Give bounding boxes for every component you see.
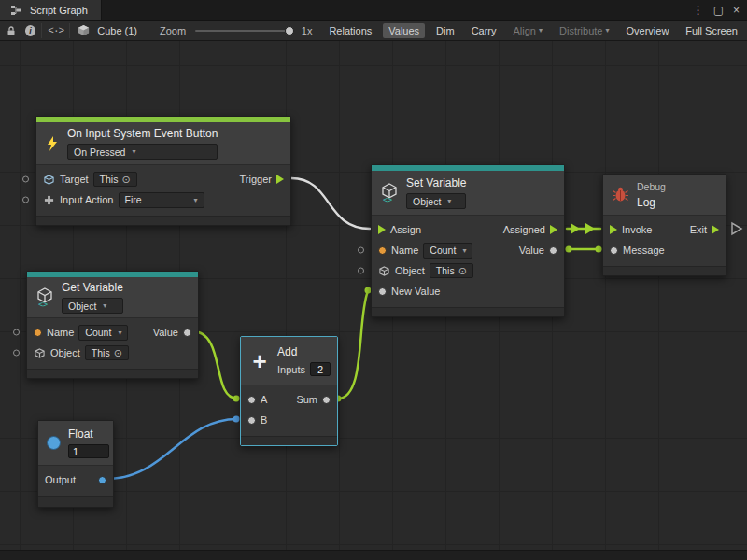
- lightning-icon: [45, 135, 60, 152]
- unconnected-port[interactable]: [358, 268, 364, 274]
- bug-icon: [612, 187, 629, 203]
- dim-button[interactable]: Dim: [430, 23, 460, 38]
- inputs-label: Inputs: [277, 364, 305, 375]
- message-label: Message: [623, 245, 665, 256]
- event-mode-dropdown[interactable]: On Pressed ▾: [67, 144, 218, 160]
- zoom-slider[interactable]: [195, 24, 294, 37]
- unconnected-port[interactable]: [358, 247, 364, 254]
- node-add[interactable]: + Add Inputs A Sum B: [240, 336, 338, 446]
- invoke-label: Invoke: [622, 224, 652, 235]
- inputs-count-field[interactable]: [310, 362, 331, 376]
- node-debug-log[interactable]: Debug Log Invoke Exit Message: [602, 174, 726, 276]
- caret-down-icon: ▾: [539, 26, 543, 35]
- invoke-input-port[interactable]: [610, 225, 617, 234]
- float-value-field[interactable]: [68, 444, 109, 458]
- header-lines: Get Variable Object ▾: [62, 281, 123, 314]
- object-label: Object: [50, 347, 80, 358]
- node-header[interactable]: Debug Log: [603, 175, 726, 216]
- caret-down-icon: ▾: [132, 147, 135, 156]
- info-icon[interactable]: i: [25, 25, 35, 36]
- b-label: B: [261, 414, 267, 426]
- zoom-handle[interactable]: [285, 26, 294, 35]
- node-footer: [27, 369, 198, 378]
- node-body: A Sum B: [241, 385, 337, 436]
- message-input-port[interactable]: [610, 246, 618, 255]
- unconnected-port[interactable]: [22, 197, 29, 203]
- node-set-variable[interactable]: <> Set Variable Object ▾ Assign Assigned: [371, 164, 565, 317]
- focus-icon[interactable]: <·>: [48, 22, 63, 39]
- input-action-dropdown[interactable]: Fire ▾: [119, 192, 204, 208]
- b-input-port[interactable]: [247, 416, 256, 425]
- object-chip[interactable]: This ⊙: [85, 345, 129, 360]
- caret-down-icon: ▾: [118, 329, 121, 337]
- maximize-icon[interactable]: ▢: [713, 5, 724, 16]
- close-icon[interactable]: ×: [733, 5, 740, 16]
- variable-kind-dropdown[interactable]: Object ▾: [62, 298, 123, 314]
- dropdown-value: Fire: [125, 194, 142, 205]
- svg-text:<>: <>: [38, 300, 48, 307]
- value-output-port[interactable]: [183, 329, 191, 337]
- node-title: On Input System Event Button: [67, 127, 218, 140]
- name-input-port[interactable]: [34, 329, 42, 337]
- unity-script-graph-window: Script Graph ⋮ ▢ × i <·> Cube (1) Zoom 1…: [0, 0, 747, 560]
- exit-label: Exit: [690, 224, 707, 235]
- caret-down-icon: ▾: [447, 197, 451, 205]
- trigger-output-port[interactable]: [276, 175, 284, 184]
- node-header[interactable]: Float: [38, 421, 113, 466]
- node-on-input-system-event-button[interactable]: On Input System Event Button On Pressed …: [35, 116, 291, 226]
- sum-output-port[interactable]: [322, 396, 331, 404]
- overview-button[interactable]: Overview: [621, 23, 675, 38]
- row-assign: Assign Assigned: [372, 219, 564, 240]
- node-title: Float: [68, 427, 105, 441]
- values-button[interactable]: Values: [383, 23, 425, 38]
- assigned-output-port[interactable]: [550, 225, 557, 234]
- target-icon: ⊙: [121, 175, 130, 185]
- exit-output-port[interactable]: [712, 225, 719, 234]
- node-header[interactable]: On Input System Event Button On Pressed …: [36, 122, 290, 165]
- relations-button[interactable]: Relations: [323, 23, 377, 38]
- node-get-variable[interactable]: <> Get Variable Object ▾ Name Count ▾: [26, 271, 199, 379]
- assigned-label: Assigned: [503, 224, 545, 235]
- chip-value: This: [436, 265, 455, 276]
- unconnected-port[interactable]: [13, 329, 20, 336]
- carry-button[interactable]: Carry: [466, 23, 502, 38]
- variable-name-dropdown[interactable]: Count ▾: [78, 325, 128, 341]
- caret-down-icon: ▾: [193, 196, 197, 204]
- menu-icon[interactable]: ⋮: [693, 5, 704, 16]
- unconnected-port[interactable]: [13, 350, 20, 357]
- dropdown-value: Object: [68, 301, 96, 312]
- distribute-button[interactable]: Distribute ▾: [554, 23, 614, 38]
- tab-script-graph[interactable]: Script Graph: [0, 0, 102, 20]
- a-input-port[interactable]: [247, 396, 256, 404]
- node-title: Set Variable: [406, 176, 466, 189]
- node-header[interactable]: + Add Inputs: [241, 337, 337, 385]
- chip-value: This: [92, 347, 110, 358]
- trigger-label: Trigger: [240, 174, 272, 185]
- align-button[interactable]: Align ▾: [508, 23, 548, 38]
- node-title: Add: [277, 345, 329, 358]
- graph-target[interactable]: Cube (1): [97, 25, 137, 36]
- node-header[interactable]: <> Set Variable Object ▾: [372, 171, 564, 216]
- unconnected-port[interactable]: [22, 176, 29, 183]
- a-label: A: [261, 394, 267, 405]
- output-label: Output: [45, 474, 76, 485]
- assign-input-port[interactable]: [378, 225, 386, 234]
- value-output-port[interactable]: [549, 246, 557, 255]
- value-label: Value: [153, 327, 178, 338]
- new-value-input-port[interactable]: [378, 287, 387, 296]
- new-value-label: New Value: [391, 286, 440, 297]
- object-chip[interactable]: This ⊙: [430, 263, 473, 278]
- output-port[interactable]: [98, 476, 106, 484]
- lock-icon[interactable]: [4, 22, 20, 39]
- node-float[interactable]: Float Output: [37, 420, 114, 508]
- name-input-port[interactable]: [378, 246, 387, 255]
- target-icon: ⊙: [114, 348, 122, 358]
- node-footer: [372, 307, 564, 316]
- target-object-chip[interactable]: This ⊙: [93, 172, 137, 187]
- distribute-label: Distribute: [559, 25, 602, 36]
- full-screen-button[interactable]: Full Screen: [680, 23, 743, 38]
- variable-name-dropdown[interactable]: Count ▾: [423, 243, 472, 259]
- variable-kind-dropdown[interactable]: Object ▾: [406, 193, 466, 209]
- target-icon: ⊙: [458, 266, 467, 276]
- node-header[interactable]: <> Get Variable Object ▾: [27, 277, 198, 318]
